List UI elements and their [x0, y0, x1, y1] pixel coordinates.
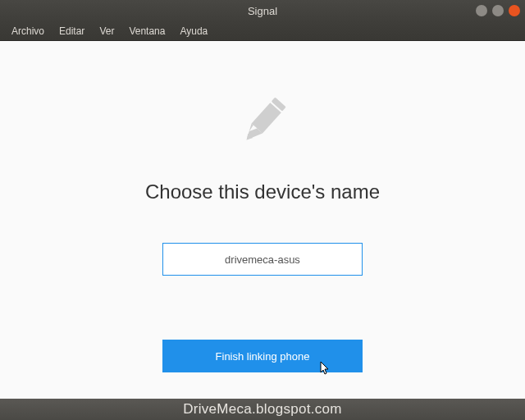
- window-title: Signal: [248, 5, 277, 17]
- maximize-button[interactable]: [492, 5, 504, 16]
- close-button[interactable]: [509, 5, 520, 16]
- finish-button-label: Finish linking phone: [216, 350, 310, 363]
- window-controls: [476, 5, 520, 16]
- page-heading: Choose this device's name: [145, 180, 380, 203]
- menubar: Archivo Editar Ver Ventana Ayuda: [0, 21, 525, 41]
- device-name-input[interactable]: [162, 243, 363, 276]
- menu-archivo[interactable]: Archivo: [5, 24, 51, 39]
- pencil-icon: [231, 90, 294, 158]
- main-content: Choose this device's name Finish linking…: [0, 41, 525, 399]
- cursor-icon: [317, 361, 330, 381]
- menu-ayuda[interactable]: Ayuda: [173, 24, 214, 39]
- menu-ventana[interactable]: Ventana: [122, 24, 171, 39]
- footer-text: DriveMeca.blogspot.com: [183, 401, 342, 418]
- minimize-button[interactable]: [476, 5, 487, 16]
- titlebar: Signal: [0, 0, 525, 21]
- menu-editar[interactable]: Editar: [52, 24, 91, 39]
- footer-watermark: DriveMeca.blogspot.com: [0, 399, 525, 420]
- finish-linking-button[interactable]: Finish linking phone: [162, 340, 363, 372]
- menu-ver[interactable]: Ver: [93, 24, 121, 39]
